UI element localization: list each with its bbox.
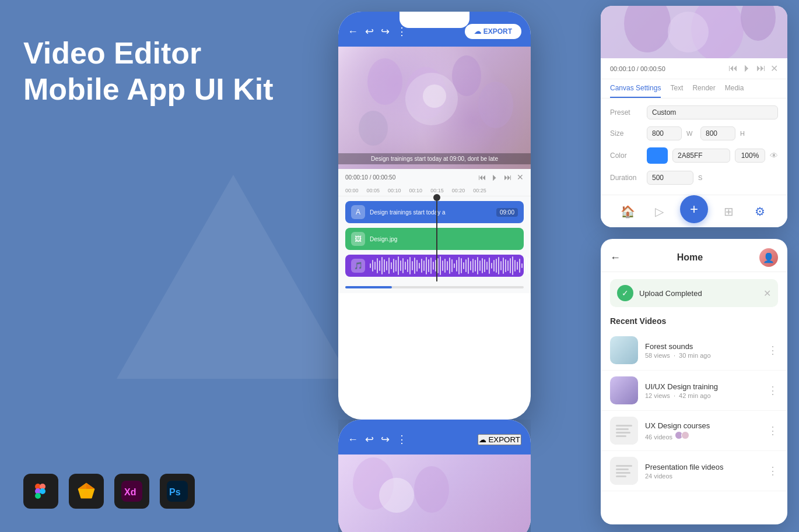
home-back-icon[interactable]: ← (610, 252, 621, 264)
main-phone-mockup: ← ↩ ↪ ⋮ ☁ EXPORT (338, 12, 531, 420)
upload-check-icon: ✓ (617, 285, 633, 301)
second-phone-nav-left: ← ↩ ↪ ⋮ (348, 433, 407, 446)
size-label: Size (610, 129, 642, 138)
panel-play-icon[interactable]: ⏵ (742, 63, 752, 74)
scrollbar-thumb[interactable] (345, 286, 392, 288)
play-bottom-icon[interactable]: ▷ (649, 201, 670, 222)
tab-render[interactable]: Render (692, 84, 715, 98)
tab-media[interactable]: Media (725, 84, 744, 98)
user-avatar[interactable]: 👤 (759, 248, 778, 267)
upload-completed-text: Upload Completed (639, 289, 758, 298)
svg-point-17 (478, 82, 513, 128)
upload-completed-banner: ✓ Upload Completed ✕ (610, 279, 778, 307)
image-track-icon: 🖼 (351, 232, 365, 246)
size-row: Size 800 W 800 H (610, 126, 778, 140)
close-icon[interactable]: ✕ (517, 172, 524, 182)
duration-value[interactable]: 500 (647, 171, 693, 185)
tab-text[interactable]: Text (670, 84, 683, 98)
export-button[interactable]: ☁ EXPORT (465, 24, 521, 39)
time-display: 00:00:10 / 00:00:50 (345, 174, 395, 181)
size-height-input[interactable]: 800 (700, 126, 735, 140)
export-button-2[interactable]: ☁ EXPORT (478, 434, 521, 445)
rewind-icon[interactable]: ⏮ (478, 172, 486, 182)
text-track-label: Design trainings start today a (370, 209, 446, 216)
redo-icon-2[interactable]: ↪ (381, 433, 390, 446)
svg-rect-33 (616, 435, 626, 437)
list-item[interactable]: Presentation file videos 24 videos ⋮ (601, 451, 787, 491)
video-name-ux: UI/UX Design training (645, 382, 761, 391)
svg-rect-36 (616, 468, 629, 470)
panel-time-display: 00:00:10 / 00:00:50 (610, 65, 665, 72)
sketch-icon (69, 474, 104, 509)
svg-rect-32 (616, 432, 630, 434)
more-icon-2[interactable]: ⋮ (397, 433, 407, 446)
tab-canvas-settings[interactable]: Canvas Settings (610, 84, 661, 98)
video-thumb-courses (610, 417, 638, 445)
redo-icon[interactable]: ↪ (381, 25, 390, 38)
svg-point-2 (35, 493, 41, 499)
phone-header-left: ← ↩ ↪ ⋮ (348, 25, 407, 38)
svg-point-14 (367, 58, 402, 105)
svg-point-18 (359, 111, 388, 146)
timeline-scrubber[interactable] (436, 196, 437, 281)
svg-rect-37 (616, 472, 630, 474)
tool-icons-row: Xd Ps (23, 474, 195, 509)
text-track-icon: A (351, 205, 365, 219)
undo-icon-2[interactable]: ↩ (365, 433, 374, 446)
text-track[interactable]: A Design trainings start today a 09:00 (345, 201, 524, 223)
grid-bottom-icon[interactable]: ⊞ (719, 201, 740, 222)
panel-bottom-bar: 🏠 ▷ + ⊞ ⚙ (601, 195, 787, 227)
color-label: Color (610, 152, 642, 160)
audio-waveform (370, 256, 531, 275)
preset-value[interactable]: Custom (647, 105, 778, 119)
video-more-menu-pres[interactable]: ⋮ (768, 464, 778, 477)
svg-rect-30 (616, 425, 632, 427)
fab-add-button[interactable]: + (680, 195, 708, 223)
panel-thumb-svg (601, 6, 787, 58)
second-phone-body: ← ↩ ↪ ⋮ ☁ EXPORT (338, 420, 531, 532)
fast-forward-icon[interactable]: ⏭ (504, 172, 512, 182)
timeline-area: A Design trainings start today a 09:00 🖼… (338, 196, 531, 281)
home-header: ← Home 👤 (601, 239, 787, 272)
undo-icon[interactable]: ↩ (365, 25, 374, 38)
size-width-input[interactable]: 800 (647, 126, 682, 140)
list-item[interactable]: UX Design courses 46 videos ⋮ (601, 411, 787, 451)
video-more-menu-ux[interactable]: ⋮ (768, 384, 778, 397)
video-preview: Design trainings start today at 09:00, d… (338, 47, 531, 169)
panel-video-thumb (601, 6, 787, 58)
video-name-forest: Forest sounds (645, 342, 761, 351)
courses-thumb-icon (610, 417, 638, 445)
settings-bottom-icon[interactable]: ⚙ (749, 201, 770, 222)
panel-tabs: Canvas Settings Text Render Media (601, 79, 787, 98)
audio-track[interactable]: 🎵 (345, 255, 524, 277)
list-item[interactable]: Forest sounds 58 views · 30 min ago ⋮ (601, 330, 787, 371)
color-swatch[interactable] (647, 147, 668, 164)
play-icon[interactable]: ⏵ (491, 172, 499, 182)
duration-unit: S (698, 174, 707, 181)
video-more-menu-courses[interactable]: ⋮ (768, 424, 778, 437)
back-arrow-icon-2[interactable]: ← (348, 434, 358, 446)
opacity-input[interactable]: 100% (735, 149, 765, 163)
back-arrow-icon[interactable]: ← (348, 26, 358, 38)
courses-avatars (677, 431, 689, 439)
upload-close-button[interactable]: ✕ (763, 288, 771, 299)
video-more-menu-forest[interactable]: ⋮ (768, 344, 778, 357)
list-item[interactable]: UI/UX Design training 12 views · 42 min … (601, 371, 787, 411)
color-hex-input[interactable]: 2A85FF (672, 149, 730, 163)
phone-notch (400, 12, 469, 28)
image-track[interactable]: 🖼 Design.jpg (345, 228, 524, 250)
panel-close-icon[interactable]: ✕ (770, 63, 778, 74)
second-phone-flowers (338, 455, 531, 532)
video-info-courses: UX Design courses 46 videos (645, 421, 761, 441)
video-info-ux: UI/UX Design training 12 views · 42 min … (645, 382, 761, 399)
home-bottom-icon[interactable]: 🏠 (618, 201, 639, 222)
panel-ff-icon[interactable]: ⏭ (756, 63, 766, 74)
video-meta-courses: 46 videos (645, 431, 761, 441)
svg-point-20 (423, 84, 446, 108)
svg-text:Xd: Xd (124, 487, 136, 497)
panel-rewind-icon[interactable]: ⏮ (728, 63, 738, 74)
svg-point-22 (414, 466, 449, 513)
video-name-courses: UX Design courses (645, 421, 761, 430)
eye-icon[interactable]: 👁 (770, 151, 778, 160)
scrollbar-track[interactable] (345, 286, 524, 288)
